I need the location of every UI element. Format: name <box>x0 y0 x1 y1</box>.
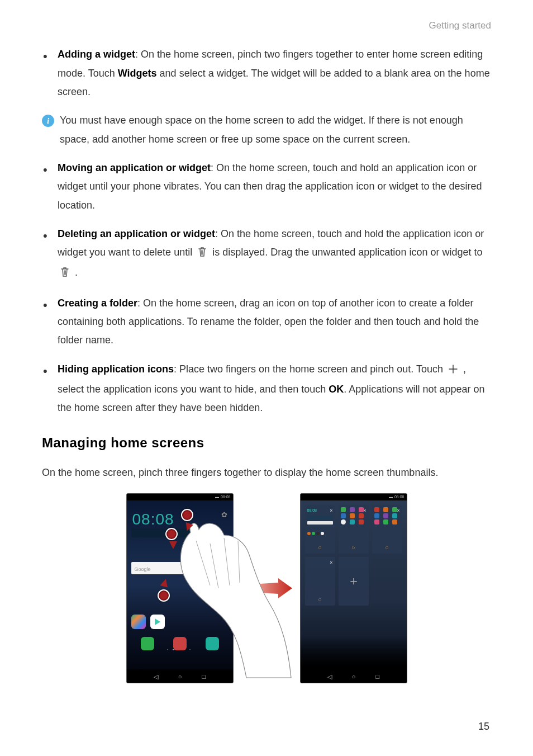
home-indicator-icon: ⌂ <box>374 542 400 552</box>
bullet-moving: Moving an application or widget: On the … <box>58 159 491 215</box>
info-icon: i <box>42 115 54 127</box>
back-icon: ◁ <box>327 671 332 682</box>
section-intro: On the home screen, pinch three fingers … <box>42 464 491 482</box>
transition-arrow-icon <box>240 577 293 599</box>
nav-bar: ◁ ○ □ <box>127 669 233 683</box>
recent-icon: □ <box>376 671 380 682</box>
home-indicator-icon: ⌂ <box>307 594 333 604</box>
bullet-hiding: Hiding application icons: Place two fing… <box>58 360 491 418</box>
screen-thumbnail: × ⌂ <box>305 557 335 606</box>
folder-icon <box>131 615 146 629</box>
bullet-title: Adding a widget <box>58 49 135 60</box>
recent-icon: □ <box>202 671 206 682</box>
phone-icon <box>141 637 154 650</box>
close-icon: × <box>330 506 332 516</box>
bullet-list-cont: Moving an application or widget: On the … <box>42 159 491 418</box>
thumbnails-view: × 08:08 ⌂ × <box>301 500 407 669</box>
trash-icon <box>197 245 207 263</box>
phone-wallpaper: 08:08 ✿ Google · • · · · <box>127 500 233 669</box>
close-icon: × <box>330 558 332 568</box>
mini-icons <box>341 507 367 525</box>
widgets-word: Widgets <box>118 68 157 79</box>
bullet-text: . <box>75 267 78 278</box>
screen-thumbnail: × ⌂ <box>372 505 402 554</box>
dock <box>131 637 229 650</box>
trash-icon <box>60 265 70 284</box>
battery-icon: ▬ <box>215 494 219 501</box>
play-store-icon <box>150 615 165 629</box>
bullet-deleting: Deleting an application or widget: On th… <box>58 225 491 284</box>
bullet-creating-folder: Creating a folder: On the home screen, d… <box>58 294 491 350</box>
home-icon: ○ <box>178 671 182 682</box>
figure-row: ▬ 08:08 08:08 ✿ Google · • · · · <box>42 493 491 683</box>
wallpaper-ridge <box>301 636 407 669</box>
touch-point-icon <box>158 589 170 602</box>
phone-mock-left: ▬ 08:08 08:08 ✿ Google · • · · · <box>126 493 234 683</box>
touch-point-icon <box>181 509 193 521</box>
thumbnail-grid: × 08:08 ⌂ × <box>305 505 402 606</box>
bullet-title: Hiding application icons <box>58 363 174 375</box>
info-text: You must have enough space on the home s… <box>60 111 491 149</box>
mini-clock: 08:08 <box>307 507 333 514</box>
nav-bar: ◁ ○ □ <box>301 669 407 683</box>
mini-icons <box>374 507 400 525</box>
gesture-arrow-icon <box>169 541 177 549</box>
phone-mock-right: ▬ 08:08 × 08:08 <box>300 493 407 683</box>
gear-icon: ✿ <box>221 508 227 522</box>
google-search-bar: Google <box>131 562 203 574</box>
add-screen-thumbnail: ＋ <box>339 557 369 606</box>
close-icon: × <box>363 506 366 516</box>
touch-point-icon <box>165 528 178 540</box>
bullet-title: Deleting an application or widget <box>58 228 215 239</box>
home-indicator-icon: ⌂ <box>307 542 333 552</box>
bullet-adding-widget: Adding a widget: On the home screen, pin… <box>58 45 491 101</box>
screen-thumbnail: × 08:08 ⌂ <box>305 505 335 554</box>
info-callout: i You must have enough space on the home… <box>42 111 491 149</box>
close-icon: × <box>397 506 399 516</box>
plus-icon <box>448 362 458 380</box>
app-row <box>131 615 165 629</box>
plus-icon: ＋ <box>348 570 360 593</box>
page-number: 15 <box>478 717 489 736</box>
ok-word: OK <box>329 384 344 395</box>
bullet-list: Adding a widget: On the home screen, pin… <box>42 45 491 101</box>
screen-thumbnail: × ⌂ <box>339 505 369 554</box>
status-bar: ▬ 08:08 <box>301 494 407 500</box>
status-time: 08:08 <box>221 494 231 501</box>
mini-dock <box>307 531 333 536</box>
messaging-icon <box>206 637 219 650</box>
contacts-icon <box>173 637 187 650</box>
bullet-text: : Place two fingers on the home screen a… <box>174 363 446 375</box>
status-bar: ▬ 08:08 <box>127 494 233 500</box>
home-indicator-icon: ⌂ <box>341 542 367 552</box>
header-section-label: Getting started <box>42 17 491 34</box>
back-icon: ◁ <box>154 671 158 682</box>
battery-icon: ▬ <box>389 494 393 501</box>
bullet-title: Creating a folder <box>58 297 137 309</box>
bullet-title: Moving an application or widget <box>58 162 211 173</box>
bullet-text: is displayed. Drag the unwanted applicat… <box>212 247 482 258</box>
section-heading: Managing home screens <box>42 431 491 455</box>
status-time: 08:08 <box>394 494 404 501</box>
home-icon: ○ <box>352 671 356 682</box>
